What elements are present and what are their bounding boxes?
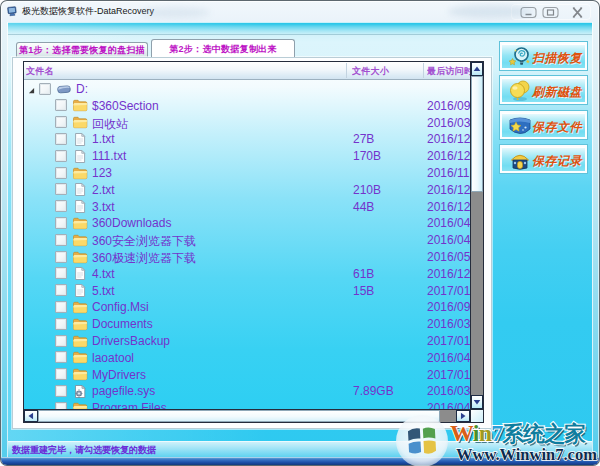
scan-recover-icon [507, 45, 533, 69]
row-checkbox[interactable] [55, 99, 67, 111]
row-checkbox[interactable] [55, 318, 67, 330]
table-row[interactable]: 2.txt210B2016/12 [24, 181, 470, 198]
vertical-scrollbar[interactable] [470, 62, 483, 409]
scroll-left-icon[interactable] [24, 410, 38, 422]
file-name: 360Downloads [92, 216, 171, 230]
file-date: 2016/11 [427, 166, 470, 180]
row-checkbox[interactable] [55, 368, 67, 380]
column-header-lastaccess[interactable]: 最后访问时间 [427, 62, 470, 79]
horizontal-scroll-thumb[interactable] [38, 410, 440, 422]
folder-icon [74, 369, 87, 379]
file-name: 3.txt [92, 200, 115, 214]
file-date: 2016/09 [427, 300, 470, 314]
table-row[interactable]: 111.txt170B2016/12 [24, 147, 470, 164]
scroll-up-icon[interactable] [471, 62, 483, 76]
table-row[interactable]: Config.Msi2016/09 [24, 298, 470, 315]
file-size: 170B [353, 149, 381, 163]
app-window: 极光数据恢复软件-DataRecovery 第1步：选择需要恢复的盘扫描 第2步… [0, 0, 600, 466]
file-date: 2017/01 [427, 284, 470, 298]
table-row[interactable]: 360Downloads2016/04 [24, 214, 470, 231]
row-checkbox[interactable] [39, 83, 51, 95]
scroll-down-icon[interactable] [471, 395, 483, 409]
table-row[interactable]: MyDrivers2017/01 [24, 366, 470, 383]
window-frame-right [592, 22, 599, 457]
save-log-button[interactable]: 保存记录 [500, 145, 587, 173]
row-checkbox[interactable] [55, 351, 67, 363]
horizontal-scrollbar[interactable] [24, 409, 470, 422]
file-date: 2016/04 [427, 233, 470, 247]
save-files-label: 保存文件 [532, 119, 586, 136]
table-row[interactable]: 360安全浏览器下载2016/04 [24, 231, 470, 248]
refresh-disk-icon [507, 79, 533, 103]
file-date: 2016/12 [427, 267, 470, 281]
row-checkbox[interactable] [55, 284, 67, 296]
row-checkbox[interactable] [55, 234, 67, 246]
row-checkbox[interactable] [55, 167, 67, 179]
file-name: Program Files [92, 401, 167, 409]
table-row[interactable]: 1232016/11 [24, 164, 470, 181]
table-row[interactable]: DriversBackup2017/01 [24, 332, 470, 349]
table-row[interactable]: pagefile.sys7.89GB2016/03 [24, 382, 470, 399]
file-date: 2016/12 [427, 200, 470, 214]
scroll-right-icon[interactable] [456, 410, 470, 422]
tab-step2-copy[interactable]: 第2步：选中数据复制出来 [151, 39, 295, 57]
file-date: 2016/03 [427, 384, 470, 398]
file-date: 2016/03 [427, 317, 470, 331]
row-checkbox[interactable] [55, 133, 67, 145]
file-name: D: [76, 82, 88, 96]
table-row[interactable]: 回收站2016/03 [24, 114, 470, 131]
table-row[interactable]: Program Files2016/04 [24, 399, 470, 409]
table-row[interactable]: laoatool2016/04 [24, 349, 470, 366]
window-frame-bottom [1, 457, 599, 465]
tab-step1-scan[interactable]: 第1步：选择需要恢复的盘扫描 [16, 42, 148, 57]
column-header-filesize[interactable]: 文件大小 [352, 62, 424, 79]
refresh-disk-label: 刷新磁盘 [532, 84, 586, 101]
save-files-button[interactable]: 保存文件 [500, 111, 587, 139]
row-checkbox[interactable] [55, 183, 67, 195]
row-checkbox[interactable] [55, 116, 67, 128]
table-row[interactable]: 5.txt15B2017/01 [24, 282, 470, 299]
table-row[interactable]: 4.txt61B2016/12 [24, 265, 470, 282]
maximize-button[interactable] [542, 6, 559, 19]
column-header-filename[interactable]: 文件名 [26, 62, 344, 79]
row-checkbox[interactable] [55, 200, 67, 212]
table-row[interactable]: 360极速浏览器下载2016/05 [24, 248, 470, 265]
folder-icon [74, 336, 87, 346]
save-log-icon [507, 148, 533, 172]
scan-recover-label: 扫描恢复 [532, 50, 586, 67]
folder-icon [74, 101, 87, 111]
table-row[interactable]: 1.txt27B2016/12 [24, 130, 470, 147]
refresh-disk-button[interactable]: 刷新磁盘 [500, 76, 587, 104]
app-icon [6, 6, 18, 17]
column-separator [423, 63, 424, 78]
folder-icon [74, 252, 87, 262]
folder-icon [74, 117, 87, 127]
titlebar-glass-smudge [140, 7, 210, 18]
row-checkbox[interactable] [55, 385, 67, 397]
vertical-scroll-thumb[interactable] [471, 76, 483, 192]
scan-recover-button[interactable]: 扫描恢复 [500, 42, 587, 70]
row-checkbox[interactable] [55, 335, 67, 347]
table-row[interactable]: D: [24, 80, 470, 97]
row-checkbox[interactable] [55, 217, 67, 229]
file-icon [76, 285, 85, 297]
expander-icon[interactable] [28, 87, 35, 94]
table-row[interactable]: 3.txt44B2016/12 [24, 198, 470, 215]
file-name: MyDrivers [92, 368, 146, 382]
file-name: 5.txt [92, 284, 115, 298]
table-row[interactable]: $360Section2016/09 [24, 97, 470, 114]
folder-icon [74, 218, 87, 228]
close-button[interactable] [569, 6, 586, 19]
row-checkbox[interactable] [55, 251, 67, 263]
row-checkbox[interactable] [55, 402, 67, 409]
file-name: 1.txt [92, 132, 115, 146]
row-checkbox[interactable] [55, 267, 67, 279]
tree-header: 文件名 文件大小 最后访问时间 [24, 62, 470, 80]
table-row[interactable]: Documents2016/03 [24, 315, 470, 332]
file-name: laoatool [92, 351, 134, 365]
folder-icon [74, 235, 87, 245]
row-checkbox[interactable] [55, 150, 67, 162]
file-date: 2017/01 [427, 334, 470, 348]
row-checkbox[interactable] [55, 301, 67, 313]
file-name: $360Section [92, 99, 159, 113]
